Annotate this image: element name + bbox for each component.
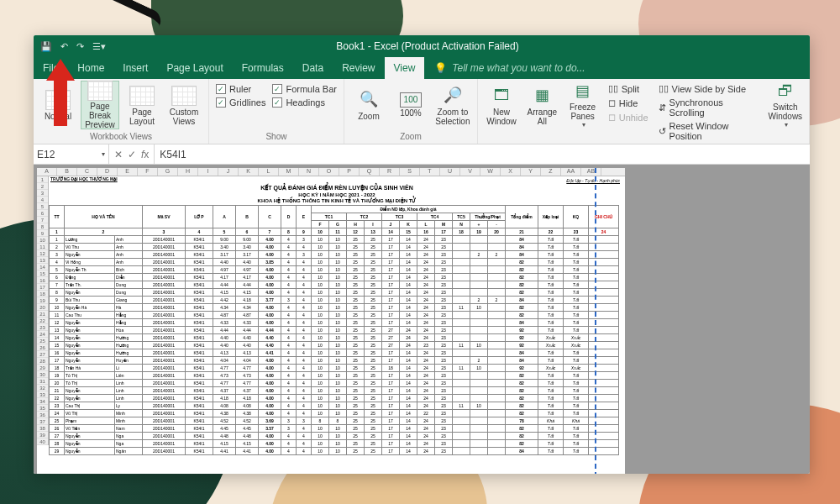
table-row[interactable]: 5Nguyễn ThBích20D140001K54I1 4.974.974.0… [50,266,619,274]
group-label: Zoom [349,130,472,144]
table-row[interactable]: 25PhạmMinh20D140001K54I1 4.524.523.6933 … [50,417,619,425]
tab-data[interactable]: Data [293,57,333,79]
group-zoom: 🔍Zoom 100100% 🔎Zoom to Selection Zoom [344,79,478,144]
switch-windows-button[interactable]: 🗗Switch Windows▾ [767,81,804,129]
table-row[interactable]: 6ĐặngDiễn20D140001K54I1 4.174.174.0044 1… [50,274,619,281]
cancel-icon[interactable]: ✕ [114,149,123,160]
freeze-panes-button[interactable]: ▤Freeze Panes▾ [564,81,601,129]
switch-icon: 🗗 [773,81,798,102]
chevron-down-icon: ▾ [102,150,105,158]
zoom-100-button[interactable]: 100100% [391,81,430,129]
zoom-100-icon: 100 [400,92,422,108]
split-button[interactable]: ▯▯Split [606,82,650,95]
table-row[interactable]: 29NguyễnNgân20D140001K54I1 4.414.414.004… [50,448,619,455]
table-row[interactable]: 23Cao ThịLy20D140001K54I1 4.084.084.0044… [50,402,619,410]
table-row[interactable]: 26Vũ TiếnNam20D140001K54I1 4.454.453.573… [50,425,619,433]
row-headers[interactable]: 1234567891011121314151617181920212223242… [37,176,49,445]
table-row[interactable]: 18Trần HàLi20D140001K54I1 4.774.774.0044… [50,365,619,372]
data-table[interactable]: TTHỌ VÀ TÊNMã SVLỚP ABCDE Điểm ND lớp, K… [49,205,619,455]
name-box[interactable]: E12▾ [34,144,109,164]
table-row[interactable]: 20Tô ThịLinh20D140001K54I1 4.774.774.004… [50,380,619,387]
doc-org: TRƯỜNG ĐẠI HỌC THƯƠNG MẠI [50,176,625,181]
excel-window: 💾 ↶ ↷ ☰▾ Book1 - Excel (Product Activati… [34,35,810,474]
tab-insert[interactable]: Insert [113,57,157,79]
unhide-button[interactable]: ◻Unhide [606,111,650,123]
tell-me-placeholder: Tell me what you want to do... [452,62,585,74]
doc-subtitle: HỌC KỲ I NĂM HỌC 2021 - 2022 [49,192,625,197]
tell-me-search[interactable]: 💡 Tell me what you want to do... [424,57,810,79]
doc-title: KẾT QUẢ ĐÁNH GIÁ ĐIỂM RÈN LUYỆN CỦA SINH… [49,185,625,192]
split-icon: ▯▯ [608,83,618,94]
zoom-selection-button[interactable]: 🔎Zoom to Selection [433,81,472,129]
quick-access-toolbar: 💾 ↶ ↷ ☰▾ [34,41,113,52]
title-bar: 💾 ↶ ↷ ☰▾ Book1 - Excel (Product Activati… [34,35,810,57]
side-by-side-button[interactable]: ▯▯View Side by Side [657,82,762,95]
formula-bar-checkbox[interactable]: ✓Formula Bar [272,84,337,94]
group-label: Workbook Views [39,130,203,144]
table-row[interactable]: 11Cao ThuHằng20D140001K54I1 4.874.874.00… [50,312,619,319]
table-row[interactable]: 24Vũ ThịMinh20D140001K54I1 4.384.384.004… [50,410,619,417]
page-break-line [595,168,596,474]
hide-button[interactable]: ◻Hide [606,97,650,109]
hide-icon: ◻ [608,97,616,108]
magnifier-icon: 🔍 [356,89,381,111]
new-window-icon: 🗔 [489,85,514,107]
gridlines-checkbox[interactable]: ✓Gridlines [216,97,265,108]
doc-topright: Độc lập - Tự do - Hạnh phúc [566,178,620,183]
formula-bar: E12▾ ✕ ✓ fx K54I1 [34,144,810,165]
table-row[interactable]: 1LươngAnh20D140001K54I1 9.009.004.0043 1… [50,236,619,244]
redo-icon[interactable]: ↷ [76,41,84,52]
ribbon: Normal Page Break Preview Page Layout Cu… [34,79,810,144]
ribbon-tabs: File Home Insert Page Layout Formulas Da… [34,57,810,79]
reset-icon: ↺ [659,126,666,137]
page-break-preview-page: ABCDEFGHIJKLMNOPQRSTUVWXYZAAAB 123456789… [37,168,625,474]
enter-icon[interactable]: ✓ [128,149,136,160]
formula-input[interactable]: K54I1 [155,144,810,164]
arrange-all-button[interactable]: ▦Arrange All [523,81,560,129]
table-row[interactable]: 14NguyễnHương20D140001K54I1 4.404.404.40… [50,334,619,342]
tab-formulas[interactable]: Formulas [233,57,293,79]
table-row[interactable]: 7Trần Th.Dung20D140001K54I1 4.444.444.00… [50,281,619,289]
fx-icon[interactable]: fx [141,149,149,160]
table-row[interactable]: 28NguyễnNga20D140001K54I1 4.154.154.0044… [50,440,619,448]
new-window-button[interactable]: 🗔New Window [483,81,520,129]
table-row[interactable]: 4Vi HồngAnh20D140001K54I1 4.404.403.8544… [50,259,619,266]
table-row[interactable]: 3NguyễnAnh20D140001K54I1 3.173.174.0043 … [50,251,619,259]
ruler-checkbox[interactable]: ✓Ruler [216,84,265,94]
sync-icon: ⇵ [659,102,666,113]
table-row[interactable]: 13NguyễnHòa20D140001K54I1 4.444.444.4444… [50,327,619,334]
table-row[interactable]: 8NguyễnDung20D140001K54I1 4.154.154.0044… [50,289,619,297]
custom-views-button[interactable]: Custom Views [165,81,203,129]
table-row[interactable]: 16NguyễnHương20D140001K54I1 4.134.134.41… [50,349,619,357]
table-row[interactable]: 22NguyễnLinh20D140001K54I1 4.184.184.004… [50,395,619,402]
annotation-arrow [46,59,75,126]
page-layout-button[interactable]: Page Layout [123,81,161,129]
tab-home[interactable]: Home [68,57,113,79]
page-break-preview-button[interactable]: Page Break Preview [81,81,119,129]
worksheet-area[interactable]: ABCDEFGHIJKLMNOPQRSTUVWXYZAAAB 123456789… [34,165,810,474]
column-headers[interactable]: ABCDEFGHIJKLMNOPQRSTUVWXYZAAAB [37,168,625,176]
table-row[interactable]: 10Nguyễn HàHà20D140001K54I1 4.344.344.00… [50,304,619,312]
tab-view[interactable]: View [385,57,425,79]
window-title: Book1 - Excel (Product Activation Failed… [113,40,743,52]
save-icon[interactable]: 💾 [40,41,52,52]
table-row[interactable]: 2Vũ ThuAnh20D140001K54I1 3.403.404.0044 … [50,244,619,251]
table-row[interactable]: 9Bùi ThuGiang20D140001K54I1 4.424.183.77… [50,297,619,304]
headings-checkbox[interactable]: ✓Headings [272,97,337,108]
table-row[interactable]: 12NguyễnHằng20D140001K54I1 4.334.334.004… [50,319,619,327]
arrange-icon: ▦ [529,85,554,107]
reset-pos-button[interactable]: ↺Reset Window Position [657,120,762,142]
zoom-button[interactable]: 🔍Zoom [349,81,388,129]
table-row[interactable]: 15NguyễnHương20D140001K54I1 4.404.404.40… [50,342,619,349]
table-row[interactable]: 21NguyễnLinh20D140001K54I1 4.374.374.004… [50,387,619,395]
tab-page-layout[interactable]: Page Layout [157,57,232,79]
table-row[interactable]: 17NguyễnHuyền20D140001K54I1 4.044.044.00… [50,357,619,365]
table-row[interactable]: 19Tô ThịLiên20D140001K54I1 4.734.734.004… [50,372,619,380]
undo-icon[interactable]: ↶ [60,41,68,52]
sync-scroll-button[interactable]: ⇵Synchronous Scrolling [657,97,762,118]
tab-review[interactable]: Review [333,57,384,79]
touch-mode-icon[interactable]: ☰▾ [92,41,106,52]
table-row[interactable]: 27NguyễnNga20D140001K54I1 4.484.484.0044… [50,433,619,440]
bulb-icon: 💡 [434,62,447,74]
group-window: 🗔New Window ▦Arrange All ▤Freeze Panes▾ … [478,79,810,144]
